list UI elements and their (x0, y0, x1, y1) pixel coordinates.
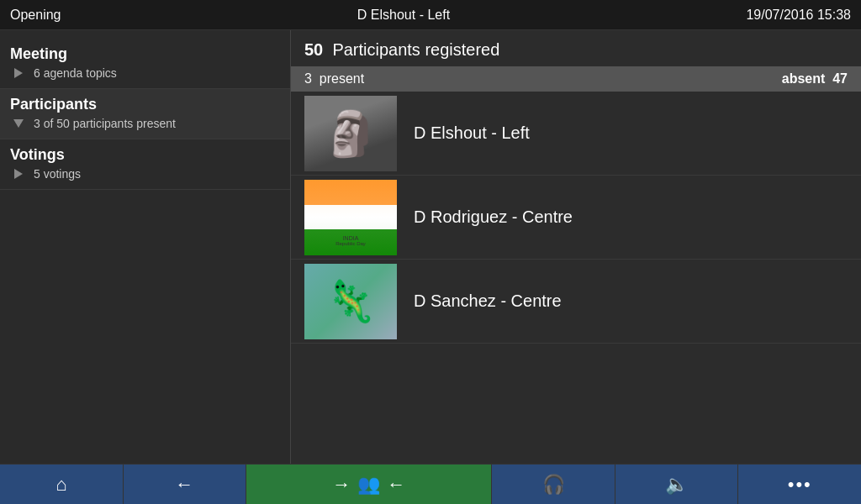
participants-icon: 👥 (357, 474, 380, 496)
more-icon: ••• (788, 474, 812, 496)
participants-header: 50 Participants registered (291, 30, 861, 66)
back-icon: ← (175, 474, 193, 496)
sidebar: Meeting 6 agenda topics Participants 3 o… (0, 30, 291, 464)
meeting-title: Meeting (10, 45, 277, 63)
registered-label: Participants registered (332, 40, 499, 59)
votings-title: Votings (10, 146, 277, 164)
speaker-icon: 🔈 (665, 474, 688, 496)
participant-list: D Elshout - Left INDIA Republic Day D Ro… (291, 92, 861, 464)
sidebar-item-participants[interactable]: Participants 3 of 50 participants presen… (0, 89, 290, 139)
avatar-elshout (304, 96, 397, 171)
main-content: Meeting 6 agenda topics Participants 3 o… (0, 30, 861, 464)
participants-subtitle: 3 of 50 participants present (34, 117, 176, 130)
participant-item[interactable]: D Sanchez - Centre (291, 260, 861, 344)
center-icons: → 👥 ← (332, 474, 405, 496)
meeting-subtitle: 6 agenda topics (34, 66, 117, 80)
sidebar-item-meeting[interactable]: Meeting 6 agenda topics (0, 39, 290, 89)
headphones-button[interactable]: 🎧 (492, 465, 615, 504)
header-center: D Elshout - Left (357, 8, 450, 23)
chevron-down-icon (10, 115, 27, 132)
arrow-left-icon: ← (387, 474, 405, 496)
meeting-nav-button[interactable]: → 👥 ← (246, 465, 492, 504)
participant-name-rodriguez: D Rodriguez - Centre (414, 207, 573, 227)
home-icon: ⌂ (55, 474, 66, 496)
arrow-right-icon: → (332, 474, 351, 496)
footer: ⌂ ← → 👥 ← 🎧 🔈 ••• (0, 464, 861, 504)
chevron-right-icon-2 (10, 165, 27, 182)
meeting-sub: 6 agenda topics (10, 65, 277, 81)
content-area: 50 Participants registered 3 present abs… (291, 30, 861, 464)
present-bar: 3 present absent 47 (291, 66, 861, 92)
more-button[interactable]: ••• (738, 465, 861, 504)
registered-count: 50 (304, 40, 323, 59)
present-label: 3 present (304, 71, 364, 87)
header-datetime: 19/07/2016 15:38 (746, 8, 851, 23)
present-count: 3 (304, 71, 312, 86)
participant-name-sanchez: D Sanchez - Centre (414, 291, 562, 311)
headphones-icon: 🎧 (542, 474, 565, 496)
sidebar-item-votings[interactable]: Votings 5 votings (0, 139, 290, 190)
participant-item[interactable]: INDIA Republic Day D Rodriguez - Centre (291, 176, 861, 260)
avatar-rodriguez: INDIA Republic Day (304, 180, 397, 255)
absent-count: 47 (832, 71, 848, 86)
speaker-button[interactable]: 🔈 (615, 465, 739, 504)
header-left: Opening (10, 8, 61, 23)
participant-item[interactable]: D Elshout - Left (291, 92, 861, 176)
absent-label: absent 47 (782, 71, 848, 87)
participant-name-elshout: D Elshout - Left (414, 123, 530, 143)
chevron-right-icon (10, 65, 27, 81)
home-button[interactable]: ⌂ (0, 465, 124, 504)
votings-sub: 5 votings (10, 165, 277, 182)
participants-title: Participants (10, 96, 277, 113)
header: Opening D Elshout - Left 19/07/2016 15:3… (0, 0, 861, 30)
votings-subtitle: 5 votings (34, 167, 81, 181)
back-button[interactable]: ← (124, 465, 247, 504)
participants-sub: 3 of 50 participants present (10, 115, 277, 132)
avatar-sanchez (304, 264, 397, 339)
